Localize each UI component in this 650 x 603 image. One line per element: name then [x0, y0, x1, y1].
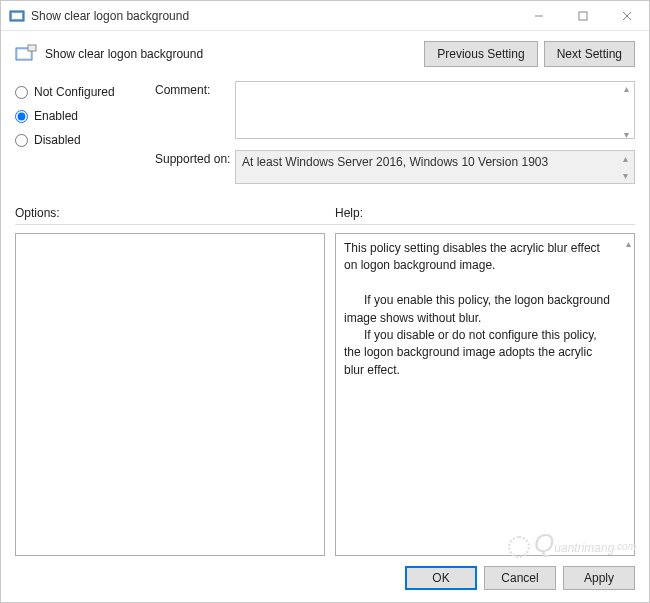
help-text-p2: If you enable this policy, the logon bac…: [344, 292, 614, 327]
scroll-down-icon[interactable]: ▾: [618, 170, 632, 181]
radio-disabled-label: Disabled: [34, 133, 81, 147]
app-icon: [9, 8, 25, 24]
policy-title: Show clear logon background: [45, 47, 418, 61]
svg-rect-8: [28, 45, 36, 51]
radio-enabled-input[interactable]: [15, 110, 28, 123]
scroll-up-icon[interactable]: ▴: [626, 237, 631, 252]
supported-label: Supported on:: [155, 150, 235, 166]
supported-field-row: Supported on: At least Windows Server 20…: [155, 150, 635, 184]
svg-rect-3: [579, 12, 587, 20]
state-radio-group: Not Configured Enabled Disabled: [15, 81, 145, 192]
comment-field-row: Comment: ▴ ▾: [155, 81, 635, 142]
separator: [15, 224, 635, 225]
help-panel: ▴ This policy setting disables the acryl…: [335, 233, 635, 556]
options-label: Options:: [15, 206, 325, 220]
comment-input[interactable]: [235, 81, 635, 139]
supported-on-value: At least Windows Server 2016, Windows 10…: [235, 150, 635, 184]
minimize-button[interactable]: [517, 1, 561, 30]
help-text-p1: This policy setting disables the acrylic…: [344, 241, 600, 272]
titlebar: Show clear logon background: [1, 1, 649, 31]
supported-on-text: At least Windows Server 2016, Windows 10…: [242, 155, 548, 169]
scroll-up-icon[interactable]: ▴: [618, 153, 632, 164]
policy-icon: [15, 44, 37, 64]
previous-setting-button[interactable]: Previous Setting: [424, 41, 537, 67]
panels: ▴ This policy setting disables the acryl…: [1, 233, 649, 556]
radio-enabled[interactable]: Enabled: [15, 109, 145, 123]
apply-button[interactable]: Apply: [563, 566, 635, 590]
footer-buttons: OK Cancel Apply: [1, 556, 649, 602]
next-setting-button[interactable]: Next Setting: [544, 41, 635, 67]
policy-dialog: Show clear logon background Show clear l…: [0, 0, 650, 603]
close-button[interactable]: [605, 1, 649, 30]
ok-button[interactable]: OK: [405, 566, 477, 590]
window-controls: [517, 1, 649, 30]
section-labels: Options: Help:: [1, 196, 649, 224]
fields-column: Comment: ▴ ▾ Supported on: At least Wind…: [155, 81, 635, 192]
radio-enabled-label: Enabled: [34, 109, 78, 123]
options-panel: [15, 233, 325, 556]
scroll-down-icon[interactable]: ▾: [619, 129, 633, 140]
scroll-up-icon[interactable]: ▴: [619, 83, 633, 94]
help-label: Help:: [335, 206, 635, 220]
header-row: Show clear logon background Previous Set…: [1, 31, 649, 75]
help-text-p3: If you disable or do not configure this …: [344, 327, 614, 379]
svg-rect-1: [12, 13, 22, 19]
radio-disabled[interactable]: Disabled: [15, 133, 145, 147]
cancel-button[interactable]: Cancel: [484, 566, 556, 590]
radio-disabled-input[interactable]: [15, 134, 28, 147]
comment-label: Comment:: [155, 81, 235, 97]
radio-not-configured[interactable]: Not Configured: [15, 85, 145, 99]
radio-not-configured-input[interactable]: [15, 86, 28, 99]
radio-not-configured-label: Not Configured: [34, 85, 115, 99]
config-area: Not Configured Enabled Disabled Comment:…: [1, 75, 649, 196]
window-title: Show clear logon background: [31, 9, 517, 23]
maximize-button[interactable]: [561, 1, 605, 30]
